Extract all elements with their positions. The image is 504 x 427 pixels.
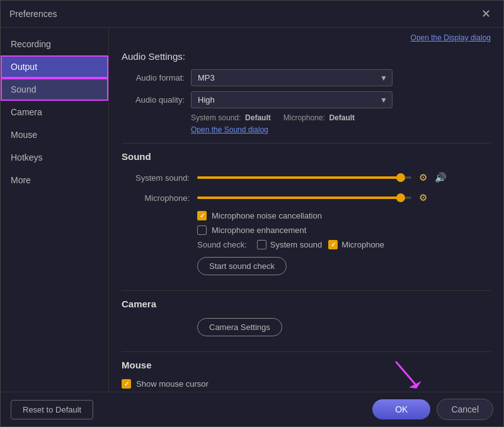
sound-check-system-checkbox[interactable]	[257, 240, 266, 249]
main-panel: Open the Display dialog Audio Settings: …	[109, 28, 503, 392]
top-link-row: Open the Display dialog	[122, 28, 491, 45]
sound-check-row: Sound check: System sound Microphone	[197, 240, 491, 249]
audio-format-label: Audio format:	[122, 73, 191, 83]
noise-cancellation-checkbox[interactable]	[197, 211, 207, 220]
mouse-section: Mouse Show mouse cursor	[122, 360, 491, 389]
show-mouse-row: Show mouse cursor	[122, 379, 491, 389]
footer: Reset to Default OK Cancel	[1, 392, 503, 426]
divider-camera	[122, 290, 491, 291]
microphone-slider-track[interactable]	[197, 196, 411, 199]
divider-mouse	[122, 351, 491, 352]
close-button[interactable]: ✕	[478, 7, 495, 21]
sound-check-system-item: System sound	[257, 240, 322, 249]
microphone-slider-row: Microphone: ⚙	[122, 191, 491, 205]
system-sound-slider-row: System sound: ⚙ 🔊	[122, 171, 491, 185]
open-sound-dialog-link[interactable]: Open the Sound dialog	[191, 125, 268, 134]
sound-section-header: Sound	[122, 151, 491, 162]
enhancement-checkbox[interactable]	[197, 225, 207, 235]
audio-settings-block: Audio Settings: Audio format: MP3 ▼ Audi…	[122, 51, 491, 134]
system-sound-default-label: System sound: Default	[191, 113, 271, 122]
sidebar-item-sound[interactable]: Sound	[1, 78, 108, 101]
footer-right: OK Cancel	[372, 399, 493, 420]
camera-settings-button[interactable]: Camera Settings	[197, 318, 282, 336]
system-sound-slider-fill	[197, 176, 401, 179]
sound-check-mic-checkbox[interactable]	[328, 240, 338, 249]
audio-format-row: Audio format: MP3 ▼	[122, 69, 491, 86]
microphone-gear-button[interactable]: ⚙	[418, 191, 428, 205]
reset-to-default-button[interactable]: Reset to Default	[11, 400, 93, 419]
system-sound-gear-button[interactable]: ⚙	[418, 171, 428, 185]
sidebar-item-mouse[interactable]: Mouse	[1, 123, 108, 146]
audio-format-select-wrapper: MP3 ▼	[191, 69, 392, 86]
microphone-slider-thumb[interactable]	[396, 193, 405, 202]
audio-quality-label: Audio quality:	[122, 95, 191, 105]
sound-check-mic-item: Microphone	[328, 240, 384, 249]
audio-quality-row: Audio quality: High ▼	[122, 91, 491, 108]
show-mouse-checkbox[interactable]	[122, 379, 131, 389]
defaults-row: System sound: Default Microphone: Defaul…	[191, 113, 491, 122]
system-sound-icons: ⚙ 🔊	[418, 171, 448, 185]
system-sound-slider-track[interactable]	[197, 176, 411, 179]
sidebar-item-camera[interactable]: Camera	[1, 101, 108, 123]
camera-section-header: Camera	[122, 299, 491, 309]
enhancement-row: Microphone enhancement	[197, 225, 491, 235]
show-mouse-label: Show mouse cursor	[136, 379, 209, 389]
audio-format-select[interactable]: MP3	[191, 69, 392, 86]
divider-sound	[122, 143, 491, 144]
open-sound-link-row: Open the Sound dialog	[191, 125, 491, 134]
sidebar-item-recording[interactable]: Recording	[1, 33, 108, 55]
audio-quality-select[interactable]: High	[191, 91, 392, 108]
system-sound-slider-thumb[interactable]	[396, 173, 405, 182]
mouse-section-header: Mouse	[122, 360, 491, 370]
microphone-icons: ⚙	[418, 191, 428, 205]
enhancement-label: Microphone enhancement	[212, 225, 306, 235]
preferences-dialog: Preferences ✕ Recording Output Sound Cam…	[0, 0, 504, 427]
sidebar-item-more[interactable]: More	[1, 169, 108, 191]
ok-button[interactable]: OK	[372, 399, 430, 419]
sound-check-system-label: System sound	[270, 240, 322, 249]
noise-cancellation-row: Microphone noise cancellation	[197, 211, 491, 220]
sound-check-label: Sound check:	[197, 240, 247, 249]
sidebar-item-output[interactable]: Output	[1, 55, 108, 78]
system-sound-slider-label: System sound:	[122, 173, 197, 183]
microphone-slider-fill	[197, 196, 401, 199]
sidebar-item-hotkeys[interactable]: Hotkeys	[1, 146, 108, 169]
main-content-area: Recording Output Sound Camera Mouse Hotk…	[1, 28, 503, 392]
cancel-button[interactable]: Cancel	[437, 399, 493, 420]
noise-cancellation-label: Microphone noise cancellation	[212, 211, 322, 220]
dialog-title: Preferences	[9, 9, 57, 19]
microphone-slider-label: Microphone:	[122, 193, 197, 203]
open-display-dialog-link[interactable]: Open the Display dialog	[411, 33, 491, 42]
start-sound-check-button[interactable]: Start sound check	[197, 257, 287, 275]
audio-settings-title: Audio Settings:	[122, 51, 491, 62]
microphone-default-label: Microphone: Default	[284, 113, 355, 122]
audio-quality-select-wrapper: High ▼	[191, 91, 392, 108]
sound-check-mic-label: Microphone	[341, 240, 384, 249]
sidebar: Recording Output Sound Camera Mouse Hotk…	[1, 28, 109, 392]
system-sound-speaker-button[interactable]: 🔊	[433, 171, 448, 185]
title-bar: Preferences ✕	[1, 1, 503, 28]
